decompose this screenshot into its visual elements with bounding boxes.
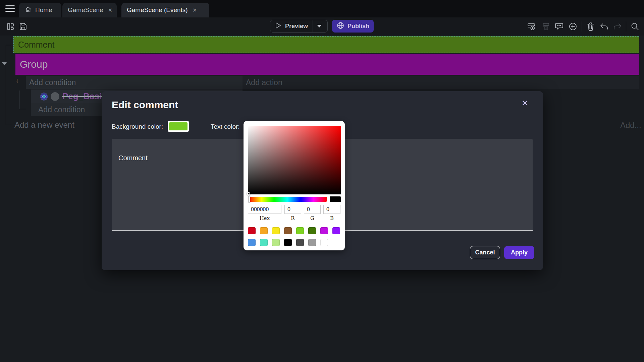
close-dialog-icon[interactable]: ✕ — [522, 99, 528, 108]
preset-color[interactable] — [308, 227, 316, 234]
preset-color[interactable] — [260, 239, 268, 246]
tree-line — [19, 90, 19, 109]
save-icon[interactable] — [19, 22, 28, 31]
preset-color[interactable] — [332, 227, 340, 234]
delete-icon[interactable] — [586, 22, 595, 31]
hex-input[interactable] — [248, 205, 281, 214]
preset-color[interactable] — [308, 239, 316, 246]
tab-gamescene[interactable]: GameScene ✕ — [62, 3, 117, 17]
preset-swatches — [248, 227, 340, 246]
hue-slider-handle[interactable] — [248, 196, 250, 202]
preset-color[interactable] — [272, 227, 280, 234]
tab-gamescene-events[interactable]: GameScene (Events) ✕ — [121, 3, 209, 17]
behavior-icon — [40, 92, 48, 101]
preset-color[interactable] — [260, 227, 268, 234]
tree-line — [6, 45, 6, 125]
preset-color[interactable] — [248, 239, 256, 246]
tab-label: Home — [35, 6, 52, 14]
preset-color[interactable] — [320, 227, 328, 234]
group-event-bar[interactable]: Group — [15, 54, 639, 75]
background-color-value — [169, 122, 187, 130]
comment-event-bar[interactable]: Comment — [13, 36, 639, 53]
background-color-swatch[interactable] — [168, 121, 189, 132]
hamburger-menu-icon[interactable] — [5, 5, 15, 12]
app-window: Home GameScene ✕ GameScene (Events) ✕ Pr… — [0, 0, 644, 362]
hue-slider[interactable] — [248, 197, 327, 202]
toolbar-divider — [626, 21, 626, 32]
preset-color[interactable] — [284, 227, 292, 234]
collapse-group-icon[interactable] — [2, 62, 7, 65]
panel-layout-icon[interactable] — [6, 22, 15, 31]
preset-color[interactable] — [320, 239, 328, 246]
drop-indicator-icon: ↓ — [15, 76, 19, 84]
tab-home[interactable]: Home — [19, 3, 61, 17]
globe-icon — [336, 21, 344, 31]
preset-color[interactable] — [284, 239, 292, 246]
add-comment-icon[interactable] — [555, 22, 564, 31]
preset-color[interactable] — [272, 239, 280, 246]
toolbar: Preview Publish — [0, 17, 644, 36]
add-circle-icon[interactable] — [569, 22, 577, 31]
preset-color[interactable] — [296, 227, 304, 234]
apply-button[interactable]: Apply — [504, 246, 534, 259]
toolbar-divider — [582, 21, 582, 32]
object-thumbnail — [51, 92, 59, 101]
color-picker-popup: Hex R G B — [244, 121, 345, 250]
green-label: G — [304, 215, 321, 221]
tree-line — [6, 45, 11, 45]
dialog-title: Edit comment — [112, 99, 178, 111]
preview-button[interactable]: Preview — [270, 20, 328, 33]
text-color-label: Text color: — [211, 123, 240, 130]
add-subevent-icon[interactable] — [541, 22, 550, 31]
background-color-label: Background color: — [112, 123, 163, 130]
preview-label: Preview — [285, 23, 308, 30]
close-tab-icon[interactable]: ✕ — [191, 6, 198, 14]
cancel-button[interactable]: Cancel — [470, 246, 500, 259]
preset-color[interactable] — [296, 239, 304, 246]
hex-label: Hex — [248, 215, 281, 221]
add-new-event-link[interactable]: Add a new event — [14, 120, 74, 130]
blue-input[interactable] — [323, 205, 340, 214]
blue-label: B — [323, 215, 340, 221]
play-icon — [274, 21, 282, 31]
redo-icon[interactable] — [613, 22, 622, 31]
preset-color[interactable] — [248, 227, 256, 234]
tree-line — [6, 125, 12, 125]
comment-event-text: Comment — [18, 40, 54, 50]
tab-bar: Home GameScene ✕ GameScene (Events) ✕ — [0, 0, 644, 17]
picker-divider — [244, 223, 345, 223]
publish-label: Publish — [347, 23, 369, 30]
green-input[interactable] — [304, 205, 321, 214]
saturation-area[interactable] — [248, 126, 341, 194]
add-ellipsis-link[interactable]: Add... — [620, 121, 641, 130]
add-event-icon[interactable] — [527, 22, 536, 31]
home-icon — [24, 6, 32, 15]
undo-icon[interactable] — [600, 22, 608, 31]
close-tab-icon[interactable]: ✕ — [107, 6, 114, 14]
saturation-cursor[interactable] — [247, 192, 250, 196]
publish-button[interactable]: Publish — [332, 20, 374, 33]
current-color-preview — [330, 196, 341, 202]
preview-dropdown-icon[interactable] — [317, 25, 322, 27]
red-label: R — [284, 215, 301, 221]
search-icon[interactable] — [631, 22, 639, 31]
add-condition-link[interactable]: Add condition — [26, 76, 243, 89]
tree-line — [19, 109, 26, 109]
add-action-link[interactable]: Add action — [243, 76, 639, 89]
tab-label: GameScene (Events) — [127, 6, 188, 14]
tab-label: GameScene — [68, 6, 103, 14]
group-event-text: Group — [20, 59, 48, 70]
red-input[interactable] — [284, 205, 301, 214]
preview-split-divider — [313, 20, 313, 32]
